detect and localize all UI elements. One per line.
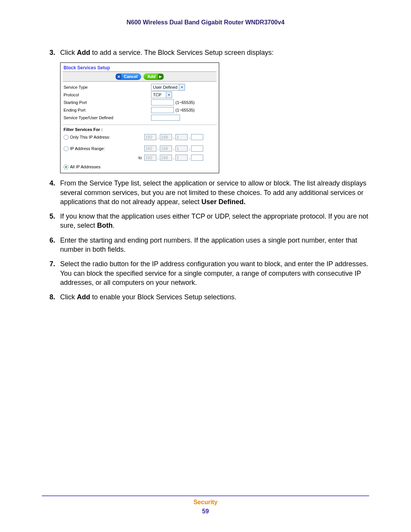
row-ip-range-from: IP Address Range: . . . <box>61 144 219 153</box>
add-button[interactable]: Add ▶ <box>143 73 164 80</box>
chevron-down-icon: ▼ <box>179 84 185 90</box>
step-number: 7. <box>49 259 60 287</box>
row-service-type: Service Type User Defined ▼ <box>64 83 216 91</box>
row-all-ip: All IP Addresses <box>61 162 219 173</box>
arrow-right-icon: ▶ <box>158 74 163 79</box>
row-protocol: Protocol TCP ▼ <box>64 91 216 99</box>
close-icon: ✕ <box>116 74 121 79</box>
ip-octet-3[interactable] <box>175 134 188 140</box>
user-defined-input[interactable] <box>151 115 180 121</box>
panel-title: Block Services Setup <box>61 63 219 71</box>
filter-services-title: Filter Services For : <box>61 126 219 133</box>
ip-octet-1[interactable] <box>144 145 156 152</box>
label-user-defined: Service Type/User Defined <box>64 115 151 120</box>
service-type-select[interactable]: User Defined ▼ <box>151 84 185 91</box>
cancel-button[interactable]: ✕ Cancel <box>115 73 141 80</box>
step-body: Click Add to enable your Block Services … <box>60 292 369 302</box>
step-4: 4. From the Service Type list, select th… <box>49 179 369 206</box>
row-user-defined: Service Type/User Defined <box>64 114 216 121</box>
block-services-setup-screenshot: Block Services Setup ✕ Cancel Add ▶ Serv… <box>60 62 369 173</box>
ip-octet-1[interactable] <box>144 134 156 140</box>
row-only-this-ip: Only This IP Address: . . . <box>61 133 219 142</box>
step-number: 4. <box>49 179 60 206</box>
protocol-select[interactable]: TCP ▼ <box>151 91 172 98</box>
ip-octet-3[interactable] <box>175 155 188 161</box>
step-7: 7. Select the radio button for the IP ad… <box>49 259 369 287</box>
ip-octet-1[interactable] <box>144 155 156 161</box>
footer-rule <box>42 495 369 496</box>
label-only-this-ip: Only This IP Address: <box>70 135 110 139</box>
ip-octet-3[interactable] <box>175 145 188 152</box>
ip-octet-4[interactable] <box>191 134 203 140</box>
ending-port-input[interactable] <box>151 107 174 113</box>
document-header: N600 Wireless Dual Band Gigabit Router W… <box>42 19 369 26</box>
step-body: Enter the starting and ending port numbe… <box>60 236 369 254</box>
step-body: Select the radio button for the IP addre… <box>60 259 369 287</box>
label-protocol: Protocol <box>64 93 151 97</box>
step-number: 3. <box>49 48 60 57</box>
footer-page-number: 59 <box>0 507 411 516</box>
step-6: 6. Enter the starting and ending port nu… <box>49 236 369 254</box>
divider <box>63 125 217 125</box>
ending-port-hint: (1~65535) <box>175 108 194 112</box>
row-ending-port: Ending Port (1~65535) <box>64 106 216 114</box>
step-8: 8. Click Add to enable your Block Servic… <box>49 292 369 302</box>
row-starting-port: Starting Port (1~65535) <box>64 99 216 106</box>
step-number: 8. <box>49 292 60 302</box>
label-ip-range: IP Address Range: <box>70 146 105 151</box>
step-body: From the Service Type list, select the a… <box>60 179 369 206</box>
label-all-ip: All IP Addresses <box>70 165 100 169</box>
instruction-list: 3. Click Add to add a service. The Block… <box>49 48 369 57</box>
label-ending-port: Ending Port <box>64 108 151 112</box>
ip-octet-2[interactable] <box>160 134 172 140</box>
ip-octet-2[interactable] <box>160 155 172 161</box>
step-number: 6. <box>49 236 60 254</box>
step-number: 5. <box>49 212 60 230</box>
radio-ip-range[interactable] <box>64 146 68 151</box>
radio-all-ip[interactable] <box>64 165 68 169</box>
step-body: If you know that the application uses ei… <box>60 212 369 230</box>
ip-range-from: . . . <box>144 145 203 152</box>
starting-port-hint: (1~65535) <box>175 100 194 105</box>
label-to: to <box>64 155 144 160</box>
starting-port-input[interactable] <box>151 99 174 105</box>
row-ip-range-to: to . . . <box>61 153 219 162</box>
instruction-list-continued: 4. From the Service Type list, select th… <box>49 179 369 302</box>
label-service-type: Service Type <box>64 85 151 89</box>
chevron-down-icon: ▼ <box>166 92 172 98</box>
ip-only-this: . . . <box>144 134 203 140</box>
radio-only-this-ip[interactable] <box>64 135 68 140</box>
step-5: 5. If you know that the application uses… <box>49 212 369 230</box>
panel-toolbar: ✕ Cancel Add ▶ <box>63 71 217 82</box>
ip-range-to: . . . <box>144 155 203 161</box>
ip-octet-4[interactable] <box>191 155 203 161</box>
page-footer: Security 59 <box>0 498 411 516</box>
step-body: Click Add to add a service. The Block Se… <box>60 48 369 57</box>
ip-octet-4[interactable] <box>191 145 203 152</box>
footer-chapter: Security <box>0 498 411 507</box>
label-starting-port: Starting Port <box>64 100 151 105</box>
block-services-setup-panel: Block Services Setup ✕ Cancel Add ▶ Serv… <box>60 62 219 173</box>
form-section: Service Type User Defined ▼ Protocol TCP… <box>61 83 219 123</box>
ip-octet-2[interactable] <box>160 145 172 152</box>
step-3: 3. Click Add to add a service. The Block… <box>49 48 369 57</box>
